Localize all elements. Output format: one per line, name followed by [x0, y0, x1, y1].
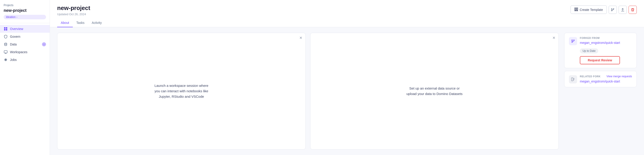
page-title: new-project: [57, 5, 90, 12]
related-fork-icon-box: [569, 75, 577, 83]
tab-activity[interactable]: Activity: [88, 19, 105, 27]
page-subtitle: Updated Oct 26, 2024: [57, 13, 90, 16]
page-header: new-project Updated Oct 26, 2024: [50, 0, 644, 27]
sidebar-item-workspaces[interactable]: Workspaces: [0, 48, 50, 56]
datasource-card: ✕ Set up an external data source or uplo…: [310, 33, 559, 149]
upload-button[interactable]: [618, 6, 627, 14]
chevron-right-icon: ›: [16, 16, 17, 19]
sidebar-divider: [0, 23, 50, 23]
sidebar-item-label: Jobs: [10, 58, 17, 62]
tab-about[interactable]: About: [57, 19, 73, 27]
svg-point-4: [4, 43, 7, 44]
svg-rect-5: [4, 51, 7, 53]
svg-rect-11: [574, 8, 576, 9]
database-icon: [4, 42, 8, 46]
sidebar-item-data[interactable]: Data ›: [0, 41, 50, 48]
up-to-date-badge: Up to Date: [580, 48, 598, 53]
workspace-card: ✕ Launch a workspace session where you c…: [57, 33, 306, 149]
sidebar-project-name: new-project: [0, 8, 50, 15]
monitor-icon: [4, 50, 8, 54]
create-template-button[interactable]: Create Template: [570, 6, 607, 14]
sidebar-item-label: Data: [10, 43, 17, 46]
asterisk-icon: [4, 58, 8, 62]
header-top: new-project Updated Oct 26, 2024: [57, 5, 637, 16]
forked-from-info: FORKED FROM megan_engstrom/quick-start U…: [580, 37, 620, 64]
main-content: new-project Updated Oct 26, 2024: [50, 0, 644, 155]
sidebar-item-govern[interactable]: Govern: [0, 33, 50, 41]
datasource-card-text: Set up an external data source or upload…: [405, 86, 464, 97]
fork-container: FORKED FROM megan_engstrom/quick-start U…: [569, 37, 632, 64]
svg-rect-13: [574, 9, 576, 10]
content-area: ✕ Launch a workspace session where you c…: [50, 27, 644, 155]
related-fork-header: RELATED FORK View merge requests: [580, 75, 632, 78]
workspace-card-text: Launch a workspace session where you can…: [152, 83, 211, 99]
header-actions: Create Template: [570, 6, 637, 14]
cards-area: ✕ Launch a workspace session where you c…: [57, 33, 559, 149]
stage-badge[interactable]: Ideation ›: [4, 15, 46, 19]
related-fork-inner: RELATED FORK View merge requests megan_e…: [569, 75, 632, 83]
fork-icon-box: [569, 37, 577, 45]
sidebar: Projects new-project Ideation › Overview…: [0, 0, 50, 155]
svg-rect-16: [576, 11, 578, 11]
svg-rect-1: [6, 27, 7, 29]
related-fork-info: RELATED FORK View merge requests megan_e…: [580, 75, 632, 83]
sidebar-item-label: Workspaces: [10, 50, 28, 54]
sidebar-item-label: Overview: [10, 27, 23, 31]
svg-rect-14: [576, 9, 578, 10]
related-fork-link[interactable]: megan_engstrom/quick-start: [580, 80, 620, 83]
svg-rect-2: [4, 29, 6, 31]
forked-from-link[interactable]: megan_engstrom/quick-start: [580, 41, 620, 45]
view-merge-requests-link[interactable]: View merge requests: [606, 75, 632, 78]
forked-from-label: FORKED FROM: [580, 37, 620, 39]
tab-tasks[interactable]: Tasks: [73, 19, 88, 27]
data-badge-arrow: ›: [42, 42, 46, 46]
tabs: About Tasks Activity: [57, 19, 637, 27]
create-template-label: Create Template: [580, 8, 603, 12]
svg-rect-23: [572, 78, 573, 81]
right-panel: FORKED FROM megan_engstrom/quick-start U…: [564, 33, 637, 149]
sidebar-item-overview[interactable]: Overview: [0, 25, 50, 33]
title-group: new-project Updated Oct 26, 2024: [57, 5, 90, 16]
stage-label: Ideation: [6, 16, 16, 19]
sidebar-item-label: Govern: [10, 35, 20, 38]
sidebar-item-jobs[interactable]: Jobs: [0, 56, 50, 64]
projects-label: Projects: [0, 4, 50, 8]
delete-button[interactable]: [628, 6, 637, 14]
svg-rect-0: [4, 27, 6, 29]
fork-button[interactable]: [609, 6, 617, 14]
request-review-button[interactable]: Request Review: [580, 56, 620, 64]
related-fork-label: RELATED FORK: [580, 75, 600, 78]
shield-icon: [4, 35, 8, 39]
svg-rect-3: [6, 29, 7, 31]
svg-rect-15: [574, 11, 576, 11]
forked-from-section: FORKED FROM megan_engstrom/quick-start U…: [564, 33, 637, 68]
grid-icon: [4, 27, 8, 31]
workspace-card-close[interactable]: ✕: [299, 36, 302, 40]
datasource-card-close[interactable]: ✕: [552, 36, 555, 40]
related-fork-section: RELATED FORK View merge requests megan_e…: [564, 71, 637, 87]
template-icon: [574, 8, 578, 12]
svg-rect-12: [576, 8, 578, 9]
